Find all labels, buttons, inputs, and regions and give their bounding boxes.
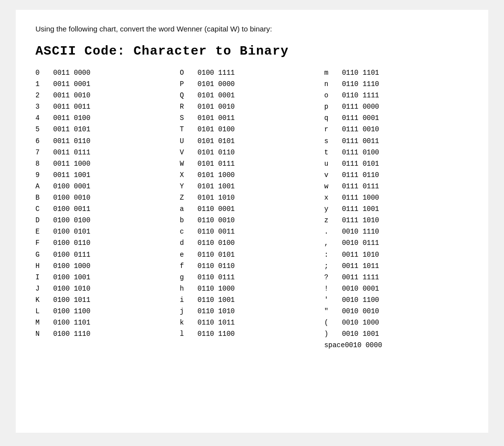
table-row: 50011 0101 bbox=[35, 124, 175, 135]
bin-cell: 0100 0111 bbox=[53, 249, 102, 261]
char-cell: z bbox=[324, 215, 342, 226]
bin-cell: 0011 1010 bbox=[342, 249, 391, 261]
bin-cell: 0110 1111 bbox=[342, 90, 391, 101]
char-cell: 6 bbox=[35, 136, 53, 147]
char-cell: ! bbox=[324, 283, 342, 295]
bin-cell: 0101 0110 bbox=[197, 147, 247, 158]
char-cell: 1 bbox=[35, 79, 53, 90]
bin-cell: 0111 1000 bbox=[342, 192, 391, 204]
bin-cell: 0010 1001 bbox=[342, 328, 391, 340]
table-row: l0110 1100 bbox=[180, 328, 319, 340]
table-row: w0111 0111 bbox=[324, 181, 464, 192]
bin-cell: 0111 1010 bbox=[342, 215, 391, 226]
bin-cell: 0110 0101 bbox=[197, 249, 247, 261]
bin-cell: 0110 0011 bbox=[197, 226, 247, 238]
bin-cell: 0111 0111 bbox=[342, 181, 391, 192]
char-cell: h bbox=[180, 283, 197, 295]
bin-cell: 0010 1110 bbox=[342, 226, 391, 238]
bin-cell: 0011 1011 bbox=[342, 261, 391, 272]
column-3: m0110 1101n0110 1110o0110 1111p0111 0000… bbox=[324, 67, 469, 351]
char-cell: 2 bbox=[35, 90, 53, 101]
table-row: I0100 1001 bbox=[35, 272, 175, 283]
char-cell: " bbox=[324, 306, 342, 317]
char-cell: A bbox=[35, 181, 53, 192]
char-cell: a bbox=[180, 204, 197, 215]
char-cell: C bbox=[35, 204, 53, 215]
bin-cell: 0111 0001 bbox=[342, 113, 391, 124]
ascii-title: ASCII Code: Character to Binary bbox=[35, 44, 469, 59]
bin-cell: 0011 0111 bbox=[53, 147, 102, 158]
table-row: 60011 0110 bbox=[35, 136, 175, 147]
bin-cell: 0111 0000 bbox=[342, 101, 391, 113]
bin-cell: 0011 0000 bbox=[53, 67, 102, 79]
bin-cell: 0011 0101 bbox=[53, 124, 102, 135]
bin-cell: 0101 0101 bbox=[197, 136, 247, 147]
table-row: u0111 0101 bbox=[324, 158, 464, 170]
char-cell: 3 bbox=[35, 101, 53, 113]
char-cell: f bbox=[180, 261, 197, 272]
char-cell: b bbox=[180, 215, 197, 226]
char-cell: . bbox=[324, 226, 342, 238]
table-row: B0100 0010 bbox=[35, 192, 175, 204]
bin-cell: 0011 1000 bbox=[53, 158, 102, 170]
char-cell: Y bbox=[180, 181, 197, 192]
table-row: ?0011 1111 bbox=[324, 272, 464, 283]
bin-cell: 0011 0011 bbox=[53, 101, 102, 113]
char-cell: : bbox=[324, 249, 342, 261]
char-cell: ' bbox=[324, 295, 342, 306]
table-row: F0100 0110 bbox=[35, 238, 175, 249]
bin-cell: 0100 0100 bbox=[53, 215, 102, 226]
table-row: )0010 1001 bbox=[324, 328, 464, 340]
table-row: H0100 1000 bbox=[35, 261, 175, 272]
table-row: E0100 0101 bbox=[35, 226, 175, 238]
table-row: e0110 0101 bbox=[180, 249, 319, 261]
char-cell: c bbox=[180, 226, 197, 238]
bin-cell: 0110 1110 bbox=[342, 79, 391, 90]
char-cell: 4 bbox=[35, 113, 53, 124]
char-cell: W bbox=[180, 158, 197, 170]
char-cell: 7 bbox=[35, 147, 53, 158]
char-cell: Z bbox=[180, 192, 197, 204]
bin-cell: 0110 0010 bbox=[197, 215, 247, 226]
table-row: ;0011 1011 bbox=[324, 261, 464, 272]
table-row: :0011 1010 bbox=[324, 249, 464, 261]
char-cell: r bbox=[324, 124, 342, 135]
char-cell: e bbox=[180, 249, 197, 261]
table-row: a0110 0001 bbox=[180, 204, 319, 215]
char-cell: k bbox=[180, 317, 197, 328]
bin-cell: 0011 0100 bbox=[53, 113, 102, 124]
table-row: r0111 0010 bbox=[324, 124, 464, 135]
bin-cell: 0110 1011 bbox=[197, 317, 247, 328]
bin-cell: 0011 1001 bbox=[53, 170, 102, 181]
char-cell: ; bbox=[324, 261, 342, 272]
char-cell: s bbox=[324, 136, 342, 147]
table-row: space0010 0000 bbox=[324, 340, 464, 351]
bin-cell: 0111 0100 bbox=[342, 147, 391, 158]
char-cell: m bbox=[324, 67, 342, 79]
bin-cell: 0110 1001 bbox=[197, 295, 247, 306]
char-cell: ( bbox=[324, 317, 342, 328]
bin-cell: 0110 0001 bbox=[197, 204, 247, 215]
bin-cell: 0100 1110 bbox=[53, 328, 102, 340]
table-row: b0110 0010 bbox=[180, 215, 319, 226]
table-row: R0101 0010 bbox=[180, 101, 319, 113]
char-cell: G bbox=[35, 249, 53, 261]
char-cell: U bbox=[180, 136, 197, 147]
table-row: Y0101 1001 bbox=[180, 181, 319, 192]
table-row: h0110 1000 bbox=[180, 283, 319, 295]
char-cell: R bbox=[180, 101, 197, 113]
bin-cell: 0110 1101 bbox=[342, 67, 391, 79]
table-row: J0100 1010 bbox=[35, 283, 175, 295]
char-cell: V bbox=[180, 147, 197, 158]
table-row: S0101 0011 bbox=[180, 113, 319, 124]
char-cell: v bbox=[324, 170, 342, 181]
bin-cell: 0100 0011 bbox=[53, 204, 102, 215]
bin-cell: 0010 1100 bbox=[342, 295, 391, 306]
bin-cell: 0010 0111 bbox=[342, 238, 391, 249]
bin-cell: 0111 0101 bbox=[342, 158, 391, 170]
char-cell: space bbox=[324, 340, 345, 351]
bin-cell: 0111 0110 bbox=[342, 170, 391, 181]
table-row: !0010 0001 bbox=[324, 283, 464, 295]
char-cell: y bbox=[324, 204, 342, 215]
bin-cell: 0011 1111 bbox=[342, 272, 391, 283]
